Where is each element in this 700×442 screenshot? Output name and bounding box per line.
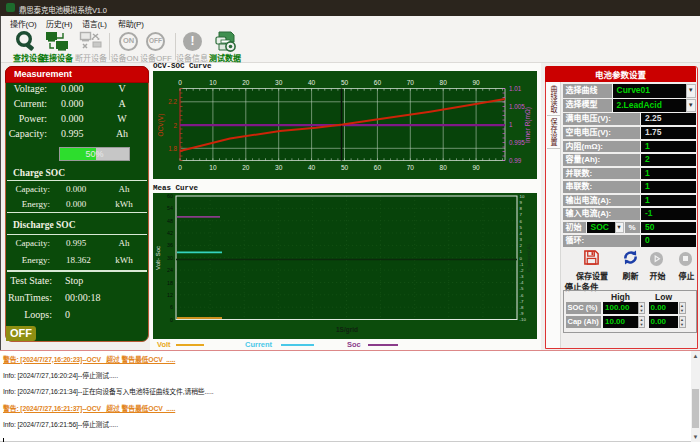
svg-text:80: 80: [440, 79, 448, 86]
svg-text:42: 42: [167, 230, 173, 236]
svg-text:0: 0: [170, 317, 173, 323]
svg-text:90: 90: [472, 79, 480, 86]
svg-text:0: 0: [178, 164, 182, 171]
svg-text:2.2: 2.2: [168, 98, 177, 105]
svg-text:30: 30: [275, 164, 283, 171]
svg-text:OCV(V): OCV(V): [157, 114, 165, 137]
svg-text:2: 2: [173, 122, 177, 129]
svg-text:-8: -8: [520, 305, 524, 310]
svg-text:50: 50: [341, 164, 349, 171]
svg-text:0: 0: [178, 79, 182, 86]
svg-text:-7: -7: [520, 299, 524, 304]
svg-text:60: 60: [374, 164, 382, 171]
svg-text:12: 12: [167, 292, 173, 298]
svg-text:1: 1: [509, 121, 513, 128]
svg-text:54: 54: [167, 205, 173, 211]
svg-text:Current(A): Current(A): [526, 244, 532, 272]
svg-text:1.8: 1.8: [168, 145, 177, 152]
svg-text:80: 80: [440, 164, 448, 171]
svg-text:1.005: 1.005: [509, 103, 525, 110]
svg-text:Inner R(mΩ): Inner R(mΩ): [524, 107, 532, 143]
svg-text:20: 20: [242, 79, 250, 86]
svg-text:1S/grid: 1S/grid: [336, 326, 358, 334]
svg-text:36: 36: [167, 242, 173, 248]
svg-text:6: 6: [170, 304, 173, 310]
svg-text:-6: -6: [520, 293, 524, 298]
svg-text:-1: -1: [520, 262, 524, 267]
svg-text:10: 10: [520, 194, 525, 199]
svg-text:10: 10: [209, 79, 217, 86]
svg-text:-10: -10: [520, 317, 527, 322]
svg-text:20: 20: [242, 164, 250, 171]
svg-text:40: 40: [308, 79, 316, 86]
svg-text:30: 30: [167, 255, 173, 261]
svg-text:90: 90: [472, 164, 480, 171]
svg-text:-2: -2: [520, 268, 524, 273]
svg-text:1.01: 1.01: [509, 85, 522, 92]
svg-text:70: 70: [407, 164, 415, 171]
svg-text:Volt- Soc: Volt- Soc: [155, 246, 161, 270]
svg-text:0.99: 0.99: [509, 157, 522, 164]
svg-text:30: 30: [275, 79, 283, 86]
svg-text:0.995: 0.995: [509, 139, 525, 146]
svg-text:40: 40: [308, 164, 316, 171]
svg-text:60: 60: [167, 193, 173, 199]
svg-text:48: 48: [167, 218, 173, 224]
svg-text:-4: -4: [520, 280, 524, 285]
svg-text:18: 18: [167, 280, 173, 286]
svg-text:50: 50: [341, 79, 349, 86]
svg-text:70: 70: [407, 79, 415, 86]
svg-text:24: 24: [167, 267, 173, 273]
svg-text:10: 10: [209, 164, 217, 171]
svg-text:-3: -3: [520, 274, 524, 279]
svg-text:-9: -9: [520, 311, 524, 316]
svg-text:60: 60: [374, 79, 382, 86]
svg-text:-5: -5: [520, 286, 524, 291]
